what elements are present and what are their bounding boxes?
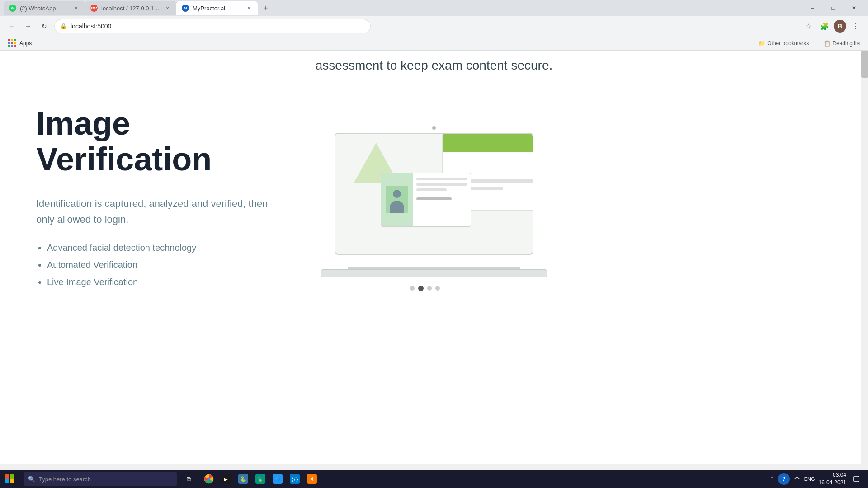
feature-item-1: Advanced facial detection technology: [47, 241, 271, 254]
feature-item-3: Live Image Verification: [47, 275, 271, 289]
left-content: Image Verification Identification is cap…: [36, 97, 271, 292]
address-bar-row: ← → ↻ 🔒 localhost:5000 ☆ 🧩 B ⋮: [0, 16, 868, 36]
svg-point-8: [208, 478, 211, 481]
maximize-button[interactable]: □: [823, 0, 844, 16]
pagination-dot-1[interactable]: [410, 286, 415, 291]
tab-localhost[interactable]: PMA localhost / 127.0.0.1:3308 / quiza..…: [85, 1, 176, 15]
taskbar: 🔍 Type here to search ⧉ ▶: [0, 470, 868, 488]
wifi-icon: [793, 475, 801, 482]
apps-button[interactable]: Apps: [5, 38, 34, 48]
scrollbar-thumb[interactable]: [861, 51, 868, 78]
page-scrollbar[interactable]: [861, 51, 868, 470]
other-bookmarks[interactable]: 📁 Other bookmarks: [757, 39, 811, 47]
extensions-icon[interactable]: 🧩: [817, 19, 832, 33]
person-body: [390, 201, 404, 213]
xampp-icon: X: [307, 474, 317, 484]
feature-list: Advanced facial detection technology Aut…: [36, 241, 271, 289]
back-button[interactable]: ←: [5, 20, 18, 33]
person-head: [393, 190, 401, 198]
taskbar-search[interactable]: 🔍 Type here to search: [24, 472, 177, 486]
taskbar-task-view[interactable]: ⧉: [181, 471, 197, 487]
id-card-illustration: [381, 173, 471, 227]
other-bookmarks-label: Other bookmarks: [767, 40, 809, 47]
network-icon[interactable]: [793, 475, 801, 483]
grid-dot-2: [11, 39, 13, 41]
laptop-screen: [335, 133, 533, 255]
help-icon[interactable]: ?: [778, 473, 790, 485]
search-icon: 🔍: [28, 476, 35, 483]
pagination-dot-4[interactable]: [435, 286, 440, 291]
page-content: assessment to keep exam content secure. …: [0, 51, 868, 470]
bottom-scrollbar[interactable]: [0, 464, 861, 470]
menu-icon[interactable]: ⋮: [848, 19, 863, 33]
window-controls: − □ ✕: [802, 0, 864, 16]
id-card-photo-section: [381, 173, 413, 226]
id-line-1: [416, 178, 467, 180]
id-card-info-section: [413, 173, 471, 226]
grid-dot-5: [11, 42, 13, 44]
show-hidden-icons[interactable]: ⌃: [770, 476, 774, 482]
start-button[interactable]: [0, 470, 20, 488]
notification-button[interactable]: [850, 473, 863, 485]
help-label: ?: [782, 476, 785, 482]
tab-whatsapp-label: (2) WhatsApp: [20, 5, 56, 12]
close-button[interactable]: ✕: [844, 0, 864, 16]
description-text: Identification is captured, analyzed and…: [36, 196, 271, 227]
pma-favicon: PMA: [90, 5, 98, 12]
tab-localhost-close[interactable]: ✕: [164, 5, 171, 12]
taskbar-app-icons: ▶ 🐍 🦜 🔷 ❬/❭: [201, 471, 320, 487]
taskbar-terminal[interactable]: ▶: [218, 471, 234, 487]
bookmarks-bar: Apps 📁 Other bookmarks 📋 Reading list: [0, 36, 868, 51]
vscode-icon: ❬/❭: [290, 474, 300, 484]
reading-list[interactable]: 📋 Reading list: [822, 39, 863, 47]
webcam-dot: [432, 126, 436, 130]
tab-whatsapp[interactable]: W (2) WhatsApp ✕: [4, 1, 85, 15]
grid-dot-4: [8, 42, 10, 44]
address-bar[interactable]: 🔒 localhost:5000: [54, 19, 371, 33]
reading-list-icon: 📋: [824, 40, 830, 47]
top-partial-text: assessment to keep exam content secure.: [0, 51, 868, 88]
taskbar-xampp[interactable]: X: [304, 471, 320, 487]
svg-rect-9: [854, 476, 859, 482]
grid-dot-9: [14, 45, 16, 47]
pagination-dot-2[interactable]: [418, 286, 424, 291]
minimize-button[interactable]: −: [802, 0, 823, 16]
laptop-base: [321, 269, 547, 277]
python-icon: 🐍: [238, 474, 248, 484]
clock-time: 03:04: [819, 471, 846, 479]
taskbar-chrome[interactable]: [201, 471, 217, 487]
windows-logo-icon: [5, 474, 14, 483]
taskbar-app1[interactable]: 🦜: [252, 471, 269, 487]
grid-dot-3: [14, 39, 16, 41]
screen-inner: [335, 134, 533, 254]
bookmarks-right: 📁 Other bookmarks 📋 Reading list: [757, 39, 863, 47]
taskbar-vscode[interactable]: ❬/❭: [287, 471, 303, 487]
tab-myproctor-label: MyProctor.ai: [193, 5, 225, 12]
star-icon[interactable]: ☆: [801, 19, 816, 33]
card-green-bar: [443, 134, 533, 152]
pagination-dot-3[interactable]: [427, 286, 432, 291]
id-line-2: [416, 183, 467, 186]
forward-button[interactable]: →: [22, 20, 34, 33]
grid-dot-6: [14, 42, 16, 44]
tab-whatsapp-close[interactable]: ✕: [72, 5, 80, 12]
svg-text:M: M: [184, 6, 187, 10]
profile-icon[interactable]: B: [834, 20, 846, 33]
svg-rect-4: [5, 479, 9, 483]
svg-rect-3: [10, 474, 14, 479]
svg-rect-5: [10, 479, 14, 483]
taskbar-python[interactable]: 🐍: [235, 471, 251, 487]
grid-dot-1: [8, 39, 10, 41]
new-tab-button[interactable]: +: [259, 2, 272, 14]
page-heading: Image Verification: [36, 106, 271, 177]
tab-myproctor[interactable]: M MyProctor.ai ✕: [176, 1, 258, 15]
tab-myproctor-close[interactable]: ✕: [245, 5, 252, 12]
whatsapp-favicon: W: [9, 5, 16, 12]
url-text: localhost:5000: [71, 23, 365, 30]
laptop-illustration: [321, 133, 547, 277]
heading-line2: Verification: [36, 141, 212, 177]
taskbar-app2[interactable]: 🔷: [269, 471, 286, 487]
language-indicator[interactable]: ENG: [804, 476, 815, 482]
reload-button[interactable]: ↻: [38, 20, 51, 33]
pagination-dots: [410, 286, 440, 291]
